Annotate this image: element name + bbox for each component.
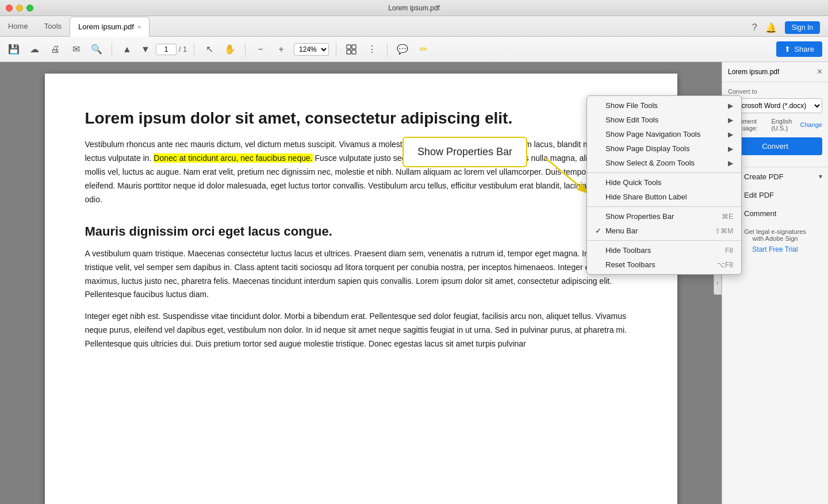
menu-reset-toolbars[interactable]: Reset Toolbars ⌥F8: [587, 257, 741, 272]
main-area: Lorem ipsum dolor sit amet, consectetur …: [0, 62, 828, 504]
tab-file-label: Lorem ipsum.pdf: [78, 22, 134, 31]
minimize-button[interactable]: [16, 5, 23, 11]
prev-page-button[interactable]: ▲: [119, 41, 135, 57]
svg-rect-1: [352, 45, 356, 49]
search-icon[interactable]: 🔍: [89, 41, 105, 57]
pen-tool-icon[interactable]: ✏: [415, 41, 431, 57]
pdf-para-2: A vestibulum quam tristique. Maecenas co…: [85, 247, 637, 302]
menu-hide-share-label[interactable]: Hide Share Button Label: [587, 190, 741, 204]
tab-bar: Home Tools Lorem ipsum.pdf × ? 🔔 Sign In: [0, 16, 828, 37]
hand-tool-icon[interactable]: ✋: [222, 41, 238, 57]
menu-show-file-tools[interactable]: Show File Tools ▶: [587, 98, 741, 113]
menu-hide-quick-tools[interactable]: Hide Quick Tools: [587, 175, 741, 190]
share-label: Share: [794, 45, 814, 53]
doc-language-value: English (U.S.): [771, 118, 798, 132]
divider-1: [112, 43, 112, 56]
divider-2: [194, 43, 194, 56]
share-button[interactable]: ⬆ Share: [776, 41, 822, 57]
share-icon: ⬆: [784, 45, 791, 53]
pdf-para-3: Integer eget nibh est. Suspendisse vitae…: [85, 310, 637, 351]
create-pdf-expand-icon: ▾: [819, 172, 822, 180]
window-title: Lorem ipsum.pdf: [388, 4, 439, 12]
print-icon[interactable]: 🖨: [47, 41, 63, 57]
customize-tools-icon[interactable]: [343, 41, 359, 57]
change-language-link[interactable]: Change: [800, 121, 822, 128]
convert-to-label: Convert to: [728, 88, 822, 95]
title-bar: Lorem ipsum.pdf: [0, 0, 828, 16]
page-separator: /: [179, 45, 181, 53]
tab-file[interactable]: Lorem ipsum.pdf ×: [70, 17, 150, 37]
page-nav: ▲ ▼ / 1: [119, 41, 187, 57]
callout-text: Show Properties Bar: [417, 146, 512, 157]
context-menu: Show File Tools ▶ Show Edit Tools ▶ Show…: [586, 95, 742, 275]
tab-home[interactable]: Home: [0, 16, 36, 36]
right-panel-close-button[interactable]: ×: [817, 67, 822, 77]
maximize-button[interactable]: [26, 5, 33, 11]
callout-box: Show Properties Bar: [402, 137, 527, 167]
edit-pdf-label: Edit PDF: [744, 191, 774, 199]
svg-rect-0: [347, 45, 351, 49]
convert-format-select[interactable]: Microsoft Word (*.docx): [728, 98, 822, 113]
divider-4: [336, 43, 336, 56]
menu-menu-bar[interactable]: ✓ Menu Bar ⇧⌘M: [587, 224, 741, 238]
menu-separator-1: [587, 172, 741, 173]
para1-highlight: Donec at tincidunt arcu, nec faucibus ne…: [154, 153, 312, 163]
close-button[interactable]: [6, 5, 13, 11]
menu-show-select-zoom-tools[interactable]: Show Select & Zoom Tools ▶: [587, 156, 741, 170]
tab-close-button[interactable]: ×: [137, 24, 141, 30]
start-trial-link[interactable]: Start Free Trial: [752, 245, 798, 253]
menu-separator-2: [587, 206, 741, 207]
divider-3: [245, 43, 246, 56]
zoom-out-icon[interactable]: −: [252, 41, 269, 57]
notification-icon[interactable]: 🔔: [765, 22, 777, 33]
toolbar: 💾 ☁ 🖨 ✉ 🔍 ▲ ▼ / 1 ↖ ✋ − + 124% 100% 75% …: [0, 37, 828, 62]
divider-5: [387, 43, 388, 56]
right-panel-header: Lorem ipsum.pdf ×: [722, 62, 828, 82]
more-tools-icon[interactable]: ⋮: [364, 41, 380, 57]
traffic-lights: [6, 5, 33, 11]
svg-rect-2: [347, 50, 351, 54]
menu-show-page-nav-tools[interactable]: Show Page Navigation Tools ▶: [587, 127, 741, 141]
svg-rect-3: [352, 50, 356, 54]
total-pages: 1: [183, 45, 187, 53]
zoom-select[interactable]: 124% 100% 75% 150%: [294, 43, 329, 56]
select-tool-icon[interactable]: ↖: [201, 41, 217, 57]
menu-show-properties-bar[interactable]: Show Properties Bar ⌘E: [587, 209, 741, 224]
pdf-subheading: Mauris dignissim orci eget lacus congue.: [85, 224, 637, 240]
sign-in-button[interactable]: Sign In: [785, 21, 820, 34]
pdf-page: Lorem ipsum dolor sit amet, consectetur …: [45, 74, 677, 504]
create-pdf-label: Create PDF: [744, 172, 784, 181]
menu-separator-3: [587, 240, 741, 241]
save-icon[interactable]: 💾: [6, 41, 22, 57]
convert-button[interactable]: Convert: [728, 137, 822, 155]
collapse-handle[interactable]: ‹: [714, 272, 722, 295]
page-number-input[interactable]: [156, 44, 177, 55]
email-icon[interactable]: ✉: [68, 41, 84, 57]
help-icon[interactable]: ?: [752, 22, 757, 33]
comment-label: Comment: [744, 209, 776, 218]
menu-show-edit-tools[interactable]: Show Edit Tools ▶: [587, 113, 741, 127]
tab-tools[interactable]: Tools: [36, 16, 70, 36]
zoom-in-icon[interactable]: +: [273, 41, 289, 57]
next-page-button[interactable]: ▼: [137, 41, 154, 57]
menu-show-page-display-tools[interactable]: Show Page Display Tools ▶: [587, 141, 741, 156]
right-panel-title: Lorem ipsum.pdf: [728, 68, 779, 76]
pdf-para-1: Vestibulum rhoncus ante nec mauris dictu…: [85, 138, 637, 206]
comment-tool-icon[interactable]: 💬: [394, 41, 411, 57]
esign-text: Get legal e-signatureswith Adobe Sign: [728, 228, 822, 242]
tab-right-icons: ? 🔔 Sign In: [752, 21, 828, 36]
menu-hide-toolbars[interactable]: Hide Toolbars F8: [587, 243, 741, 257]
upload-icon[interactable]: ☁: [26, 41, 43, 57]
pdf-heading: Lorem ipsum dolor sit amet, consectetur …: [85, 108, 637, 129]
